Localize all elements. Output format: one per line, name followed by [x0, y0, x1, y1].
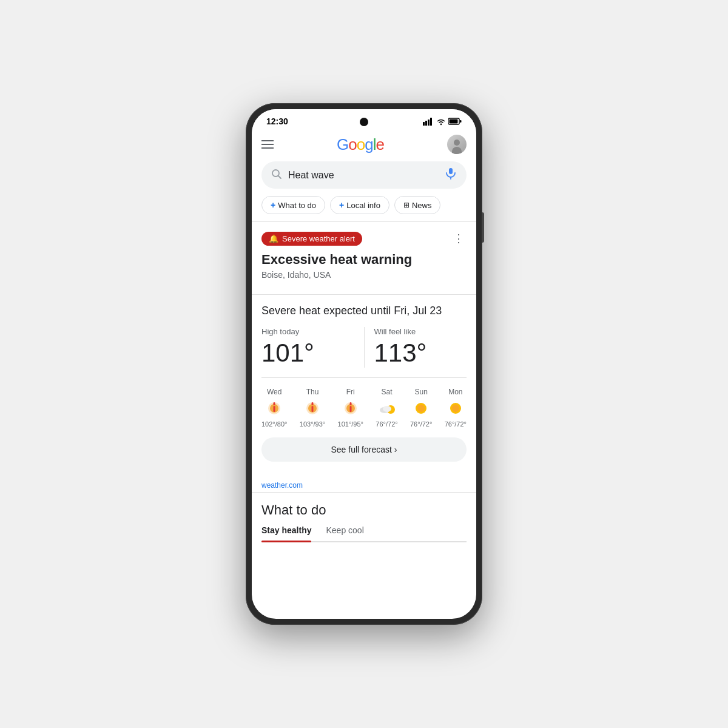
feels-like-section: Will feel like 113° [365, 327, 467, 368]
day-sat-name: Sat [382, 388, 393, 396]
search-icon [271, 169, 282, 182]
alert-badge-text: Severe weather alert [282, 234, 355, 243]
app-header: G o o g l e [252, 129, 476, 159]
svg-rect-22 [349, 402, 351, 405]
day-sat-icon [379, 399, 396, 418]
svg-rect-14 [274, 402, 275, 405]
phone-screen: 12:30 [252, 109, 476, 619]
day-sat: Sat 76°/72° [376, 388, 397, 428]
avatar-person [451, 140, 463, 154]
forecast-headline: Severe heat expected until Fri, Jul 23 [261, 305, 467, 317]
high-today-value: 101° [261, 339, 354, 368]
alert-card: 🔔 Severe weather alert Excessive heat wa… [252, 222, 476, 289]
svg-rect-7 [460, 120, 462, 123]
search-query: Heat wave [288, 170, 439, 181]
day-sun-temps: 76°/72° [410, 420, 432, 428]
day-fri-name: Fri [346, 388, 355, 396]
chip-local-info[interactable]: + Local info [330, 196, 389, 214]
svg-line-9 [278, 175, 281, 178]
phone-device: 12:30 [246, 103, 482, 625]
day-sun: Sun 76°/72° [410, 388, 432, 428]
chip-plus-2: + [339, 200, 344, 210]
wifi-icon [436, 118, 446, 126]
svg-point-30 [452, 405, 459, 412]
alert-card-header: 🔔 Severe weather alert Excessive heat wa… [261, 232, 467, 280]
svg-rect-19 [312, 406, 314, 412]
day-mon-icon [447, 399, 464, 418]
source-label: weather.com [261, 481, 303, 490]
day-thu-name: Thu [306, 388, 319, 396]
svg-rect-15 [274, 406, 275, 412]
logo-g: G [337, 135, 348, 154]
chip-label-1: What to do [278, 201, 316, 210]
day-fri-icon [342, 399, 359, 418]
feels-like-value: 113° [374, 339, 467, 368]
svg-point-26 [383, 406, 391, 412]
tab-keep-cool-label: Keep cool [326, 525, 363, 535]
high-today-section: High today 101° [261, 327, 365, 368]
day-sun-icon [413, 399, 430, 418]
svg-rect-3 [430, 118, 432, 126]
google-logo: G o o g l e [337, 135, 384, 154]
day-fri: Fri 101°/95° [338, 388, 363, 428]
day-mon: Mon 76°/72° [445, 388, 467, 428]
day-fri-temps: 101°/95° [338, 420, 363, 428]
high-today-label: High today [261, 327, 354, 336]
user-avatar[interactable] [447, 135, 467, 154]
day-wed-icon [266, 399, 283, 418]
news-chip-icon: ⊞ [403, 201, 410, 209]
warning-location: Boise, Idaho, USA [261, 270, 412, 280]
mic-icon[interactable] [445, 167, 457, 183]
day-thu: Thu 103°/93° [300, 388, 325, 428]
avatar-image [447, 135, 467, 154]
svg-rect-10 [449, 168, 453, 174]
signal-icon [423, 118, 434, 126]
svg-rect-2 [428, 120, 430, 126]
chip-label-2: Local info [346, 201, 380, 210]
status-bar: 12:30 [252, 109, 476, 129]
chip-plus-1: + [271, 200, 275, 210]
svg-point-28 [417, 405, 425, 412]
search-bar[interactable]: Heat wave [261, 161, 467, 189]
filter-chips: + What to do + Local info ⊞ News [252, 196, 476, 221]
chip-news[interactable]: ⊞ News [394, 196, 441, 214]
day-wed-temps: 102°/80° [261, 420, 287, 428]
what-to-do-tabs: Stay healthy Keep cool [261, 525, 467, 542]
svg-rect-23 [349, 406, 351, 412]
camera-notch [360, 118, 368, 126]
chip-label-3: News [412, 201, 432, 210]
logo-g2: g [365, 135, 372, 154]
main-scroll[interactable]: G o o g l e [252, 129, 476, 619]
temperature-row: High today 101° Will feel like 113° [261, 327, 467, 378]
avatar-head [454, 140, 460, 146]
more-options-button[interactable]: ⋮ [451, 232, 467, 245]
source-attribution[interactable]: weather.com [252, 476, 476, 492]
svg-rect-1 [425, 121, 427, 126]
day-thu-temps: 103°/93° [300, 420, 325, 428]
day-sat-temps: 76°/72° [376, 420, 397, 428]
svg-rect-18 [312, 402, 314, 405]
what-to-do-section: What to do Stay healthy Keep cool [252, 493, 476, 542]
svg-rect-6 [450, 120, 458, 124]
alert-info: 🔔 Severe weather alert Excessive heat wa… [261, 232, 412, 280]
tab-keep-cool[interactable]: Keep cool [326, 525, 363, 541]
volume-button [482, 212, 484, 243]
menu-button[interactable] [261, 140, 274, 149]
day-wed: Wed 102°/80° [261, 388, 287, 428]
alert-badge: 🔔 Severe weather alert [261, 232, 362, 246]
forecast-btn-label: See full forecast [331, 445, 391, 454]
day-wed-name: Wed [267, 388, 281, 396]
day-sun-name: Sun [414, 388, 427, 396]
battery-icon [448, 118, 462, 125]
chevron-right-icon: › [394, 445, 397, 454]
logo-o1: o [348, 135, 356, 154]
forecast-card: Severe heat expected until Fri, Jul 23 H… [252, 295, 476, 471]
tab-stay-healthy[interactable]: Stay healthy [261, 525, 311, 541]
see-full-forecast-button[interactable]: See full forecast › [261, 437, 467, 462]
feels-like-label: Will feel like [374, 327, 467, 336]
day-mon-name: Mon [448, 388, 462, 396]
chip-what-to-do[interactable]: + What to do [261, 196, 325, 214]
alert-bell-icon: 🔔 [269, 234, 278, 243]
avatar-body [452, 147, 462, 154]
logo-o2: o [357, 135, 365, 154]
